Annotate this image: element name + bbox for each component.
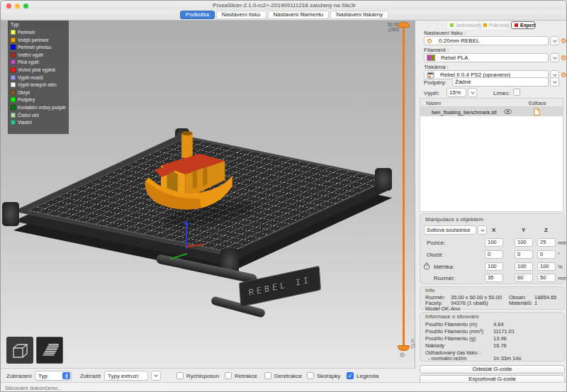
send-gcode-button[interactable]: Odeslat G-code	[420, 365, 565, 374]
chevron-down-icon	[553, 72, 557, 77]
object-list-header: Název Editace	[420, 99, 563, 107]
view-label: Zobrazení	[6, 373, 32, 379]
printer-edit-gear-icon[interactable]: ⚙	[559, 70, 567, 79]
legend-swatch	[11, 60, 16, 65]
filament-combo[interactable]: Rebel PLA	[424, 53, 549, 62]
show-combo[interactable]: Typy extruzí	[104, 371, 148, 381]
slider-gear-icon[interactable]: ⚙	[398, 351, 407, 360]
travel-label: Rychloposun	[186, 373, 219, 379]
name-column-header: Název	[426, 100, 441, 106]
legend-swatch	[11, 97, 16, 102]
filament-edit-gear-icon[interactable]: ⚙	[559, 53, 567, 62]
mode-simple-button[interactable]: Jednoduchý	[447, 21, 478, 29]
size-y-input[interactable]: 60	[515, 274, 533, 282]
select-stepper-icon	[62, 372, 70, 379]
supports-dropdown-button[interactable]	[550, 77, 559, 86]
show-label: Zobrazit	[80, 373, 101, 379]
bottom-toolbar: Zobrazení Typ Zobrazit Typy extruzí Rych…	[1, 368, 415, 382]
print-settings-edit-gear-icon[interactable]: ⚙	[559, 36, 567, 45]
infill-combo[interactable]: 15%	[447, 88, 466, 97]
lock-icon[interactable]	[424, 262, 430, 269]
legend-item-label: Výplň mostů	[18, 75, 43, 80]
retractions-checkbox[interactable]	[225, 372, 232, 379]
tab-filament-settings[interactable]: Nastavení filamentu	[268, 11, 330, 19]
legend-checkbox[interactable]: ✓	[347, 372, 354, 379]
layer-slider-track	[403, 26, 405, 347]
print-time-value: 1h 33m 14s	[493, 355, 521, 362]
tab-plater[interactable]: Podložka	[180, 11, 215, 19]
info-title: Info	[425, 287, 434, 293]
rotate-unit: °	[558, 252, 560, 258]
rotate-z-input[interactable]: 0	[537, 250, 556, 259]
legend-item-label: Plná výplň	[18, 60, 39, 65]
eye-icon[interactable]	[504, 109, 512, 114]
layer-slider-bottom-handle[interactable]	[398, 345, 410, 351]
position-y-input[interactable]: 100	[515, 238, 533, 247]
scale-z-input[interactable]: 100	[537, 262, 556, 271]
info-volume-value: 18854.65	[534, 294, 556, 301]
retractions-label: Retrakce	[235, 373, 257, 379]
supports-combo[interactable]: Žádné	[452, 77, 549, 86]
position-unit: mm	[558, 240, 567, 246]
filament-color-swatch	[427, 55, 435, 61]
legend-swatch	[11, 30, 16, 35]
rotate-label: Otočit:	[427, 252, 443, 258]
tab-bar: Podložka Nastavení tisku Nastavení filam…	[1, 10, 567, 21]
printer-label: Tiskárna :	[424, 64, 449, 70]
size-z-input[interactable]: 50	[537, 274, 556, 282]
axis-x-header: X	[492, 227, 495, 233]
filament-m-value: 4.64	[493, 321, 504, 327]
infill-label: Výplň:	[424, 90, 439, 96]
chevron-down-icon	[154, 373, 158, 377]
shells-checkbox[interactable]	[307, 372, 314, 379]
coordinates-dropdown-button[interactable]	[478, 225, 487, 235]
cube-icon	[11, 341, 29, 359]
info-materials-label: Materiálů:	[509, 300, 532, 306]
position-x-input[interactable]: 100	[485, 238, 503, 247]
legend-swatch	[11, 82, 16, 87]
object-row[interactable]: ben_floating_benchmark.stl	[420, 107, 563, 116]
printer-corner-right	[375, 168, 392, 191]
infill-dropdown-button[interactable]	[468, 88, 477, 97]
scale-x-input[interactable]: 100	[485, 262, 503, 271]
3d-editor-view-button[interactable]	[6, 337, 33, 364]
scale-label: Měřítka:	[434, 264, 454, 270]
legend-item-label: Perimetr	[18, 30, 35, 35]
travel-checkbox[interactable]	[176, 372, 184, 379]
legend-title: Typ	[11, 22, 18, 27]
scale-y-input[interactable]: 100	[515, 262, 533, 271]
print-settings-dropdown-button[interactable]	[550, 36, 559, 45]
brim-checkbox[interactable]	[513, 89, 520, 96]
tab-print-settings[interactable]: Nastavení tisku	[216, 11, 266, 19]
size-x-input[interactable]: 35	[485, 274, 503, 282]
show-dropdown-button[interactable]	[151, 371, 161, 381]
legend-item-label: Obrys	[18, 90, 30, 95]
tab-printer-settings[interactable]: Nastavení tiskárny	[330, 11, 388, 19]
edit-object-icon[interactable]	[534, 108, 540, 116]
position-z-input[interactable]: 25	[537, 238, 556, 247]
manipulation-title: Manipulace s objektem	[425, 216, 483, 223]
coordinates-combo[interactable]: Světové souřadnice	[424, 225, 476, 235]
view-select[interactable]: Typ	[35, 371, 72, 381]
legend-swatch	[11, 45, 16, 50]
layer-slider-top-handle[interactable]	[398, 22, 410, 28]
benchy-boat-model[interactable]	[141, 125, 237, 214]
print-settings-combo[interactable]: ⚙ 0.20mm REBEL	[424, 36, 549, 45]
preview-view-button[interactable]	[36, 337, 63, 364]
legend-item-label: Vnější perimetr	[18, 38, 49, 43]
rotate-x-input[interactable]: 0	[485, 250, 503, 259]
status-bar: Slicování dokončeno...	[1, 382, 567, 392]
status-text: Slicování dokončeno...	[5, 385, 62, 391]
printer-nameplate: REBEL II	[239, 266, 321, 307]
deretractions-checkbox[interactable]	[264, 372, 271, 379]
3d-viewport[interactable]: REBEL II Typ Perimetr Vnější perimetr	[1, 21, 415, 368]
rotate-y-input[interactable]: 0	[515, 250, 533, 259]
mode-advanced-button[interactable]: Pokročilý	[481, 21, 509, 29]
filament-dropdown-button[interactable]	[550, 53, 559, 62]
axis-y-header: Y	[522, 227, 525, 233]
chevron-down-icon	[471, 90, 475, 94]
mode-expert-button[interactable]: Expert	[511, 21, 535, 29]
filament-m-label: Použito Filamentu (m)	[425, 321, 477, 327]
legend-swatch	[11, 67, 16, 72]
legend-swatch	[11, 105, 16, 110]
